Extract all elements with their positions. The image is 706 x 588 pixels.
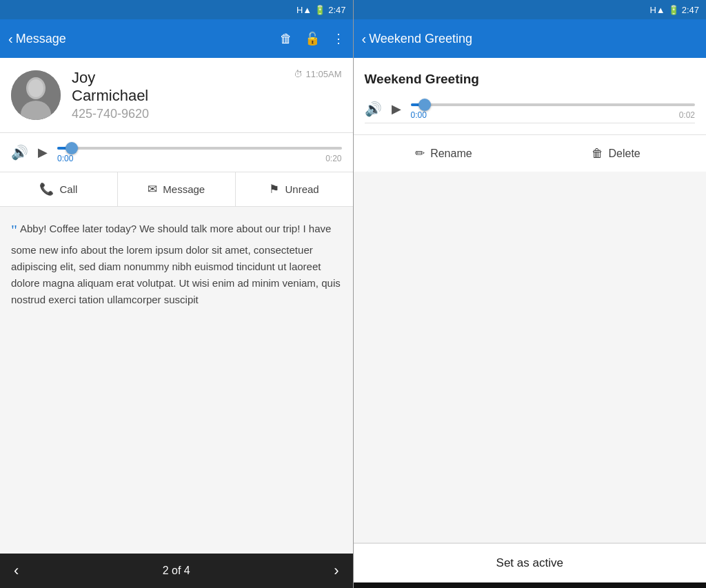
status-icons-left: H▲ 🔋 2:47 xyxy=(296,5,346,15)
top-bar-title-left: Message xyxy=(16,32,66,46)
message-label: Message xyxy=(163,183,205,195)
top-bar-left: ‹ Message 🗑 🔓 ⋮ xyxy=(0,19,353,58)
slider-thumb-left[interactable] xyxy=(65,142,78,154)
total-time-left: 0:20 xyxy=(325,154,341,163)
current-time-right: 0:00 xyxy=(411,110,427,120)
pagination: ‹ 2 of 4 › xyxy=(0,554,353,588)
back-button-right[interactable]: ‹ Weekend Greeting xyxy=(362,31,472,47)
trash-icon[interactable]: 🗑 xyxy=(280,32,292,46)
spacer-area xyxy=(354,172,707,543)
volume-icon-right[interactable]: 🔊 xyxy=(365,101,382,117)
pencil-icon: ✏ xyxy=(415,146,425,161)
delete-label: Delete xyxy=(609,148,641,160)
delete-trash-icon: 🗑 xyxy=(592,147,603,161)
time-right: 2:47 xyxy=(682,5,699,15)
signal-icon-right: H▲ xyxy=(649,5,665,15)
contact-phone: 425-740-9620 xyxy=(72,107,283,121)
phone-icon: 📞 xyxy=(39,182,54,196)
back-button-left[interactable]: ‹ Message xyxy=(8,31,66,47)
avatar xyxy=(11,70,61,120)
set-active-button[interactable]: Set as active xyxy=(496,556,563,570)
slider-container-left: 0:00 0:20 xyxy=(57,141,342,163)
svg-point-3 xyxy=(28,79,43,97)
rename-button[interactable]: ✏ Rename xyxy=(365,146,523,161)
call-label: Call xyxy=(59,183,77,195)
greeting-action-buttons: ✏ Rename 🗑 Delete xyxy=(354,135,707,172)
contact-info: JoyCarmichael 425-740-9620 xyxy=(72,69,283,121)
signal-icon: H▲ xyxy=(296,5,312,15)
greeting-content: Weekend Greeting 🔊 ▶ 0:00 0:02 xyxy=(354,58,707,134)
slider-thumb-right[interactable] xyxy=(418,99,431,111)
bottom-bar-right xyxy=(354,582,707,588)
unread-label: Unread xyxy=(285,183,319,195)
slider-times-left: 0:00 0:20 xyxy=(57,154,342,163)
message-body: "Abby! Coffee later today? We should tal… xyxy=(0,207,353,554)
slider-times-right: 0:00 0:02 xyxy=(411,110,696,120)
slider-track-left[interactable] xyxy=(57,147,342,150)
status-bar-left: H▲ 🔋 2:47 xyxy=(0,0,353,19)
rename-label: Rename xyxy=(430,148,472,160)
message-icon: ✉ xyxy=(148,182,157,196)
status-icons-right: H▲ 🔋 2:47 xyxy=(649,5,699,15)
unread-button[interactable]: ⚑ Unread xyxy=(236,172,353,206)
next-button[interactable]: › xyxy=(334,562,339,580)
slider-track-right[interactable] xyxy=(411,103,696,106)
message-button[interactable]: ✉ Message xyxy=(118,172,236,206)
clock-icon: ⏱ xyxy=(294,69,303,79)
contact-name: JoyCarmichael xyxy=(72,69,283,105)
battery-icon: 🔋 xyxy=(314,5,325,15)
message-text: "Abby! Coffee later today? We should tal… xyxy=(11,218,342,308)
top-bar-title-right: Weekend Greeting xyxy=(369,32,472,46)
greeting-title: Weekend Greeting xyxy=(365,72,696,87)
play-button-right[interactable]: ▶ xyxy=(392,101,401,116)
quote-mark: " xyxy=(11,221,17,239)
current-time-left: 0:00 xyxy=(57,154,73,163)
battery-icon-right: 🔋 xyxy=(668,5,679,15)
contact-time: ⏱ 11:05AM xyxy=(294,69,341,79)
flag-icon: ⚑ xyxy=(269,182,279,196)
set-active-section: Set as active xyxy=(354,543,707,582)
contact-header: JoyCarmichael 425-740-9620 ⏱ 11:05AM xyxy=(0,58,353,133)
status-bar-right: H▲ 🔋 2:47 xyxy=(354,0,707,19)
audio-player-left: 🔊 ▶ 0:00 0:20 xyxy=(0,133,353,172)
back-chevron-left: ‹ xyxy=(8,31,13,47)
delete-button[interactable]: 🗑 Delete xyxy=(536,146,695,161)
volume-icon-left[interactable]: 🔊 xyxy=(11,144,28,161)
lock-icon[interactable]: 🔓 xyxy=(305,31,320,46)
top-bar-icons: 🗑 🔓 ⋮ xyxy=(280,31,345,46)
call-button[interactable]: 📞 Call xyxy=(0,172,118,206)
action-buttons-left: 📞 Call ✉ Message ⚑ Unread xyxy=(0,172,353,207)
top-bar-right: ‹ Weekend Greeting xyxy=(354,19,707,58)
prev-button[interactable]: ‹ xyxy=(14,562,19,580)
time-left: 2:47 xyxy=(328,5,345,15)
slider-container-right: 0:00 0:02 xyxy=(411,98,696,120)
audio-player-right: 🔊 ▶ 0:00 0:02 xyxy=(365,98,696,123)
more-icon[interactable]: ⋮ xyxy=(332,31,345,46)
greeting-section: Weekend Greeting 🔊 ▶ 0:00 0:02 xyxy=(354,58,707,172)
page-info: 2 of 4 xyxy=(163,565,190,577)
total-time-right: 0:02 xyxy=(679,110,695,120)
play-button-left[interactable]: ▶ xyxy=(38,145,48,160)
back-chevron-right: ‹ xyxy=(362,31,367,47)
